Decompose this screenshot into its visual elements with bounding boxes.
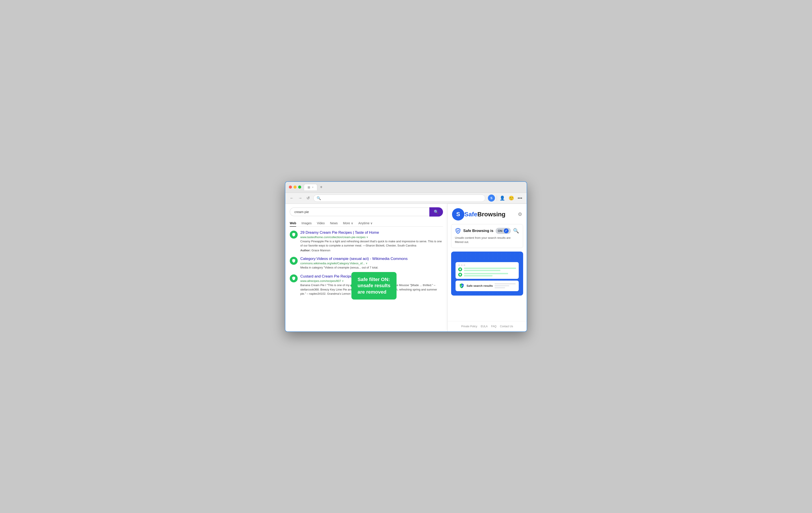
safe-search-results-text: Safe search results	[467, 284, 493, 288]
contact-us-link[interactable]: Contact Us	[500, 325, 513, 328]
url-arrow: ∨	[366, 262, 368, 265]
result-item: Category:Videos of creampie (sexual act)…	[290, 256, 443, 270]
nav-bar: ← → ↺ 🔍 S 👤 🙂 •••	[285, 193, 527, 204]
status-card: Safe Browsing is ON ✓ 🔍 Unsafe content f…	[451, 224, 523, 248]
tab-images[interactable]: Images	[301, 220, 312, 227]
search-bar: 🔍	[290, 207, 443, 216]
more-button[interactable]: •••	[517, 195, 523, 202]
maximize-button[interactable]	[298, 185, 301, 189]
search-tabs: Web Images Video News More ∨ Anytime ∨	[290, 220, 443, 227]
tab-bar: ⊞ × +	[304, 184, 523, 190]
privacy-policy-link[interactable]: Private Policy	[461, 325, 477, 328]
forward-button[interactable]: →	[297, 195, 303, 201]
status-on-badge: ON ✓	[496, 228, 511, 234]
address-bar[interactable]: 🔍	[313, 194, 485, 202]
result-title[interactable]: Category:Videos of creampie (sexual act)…	[300, 256, 408, 261]
result-item: 29 Dreamy Cream Pie Recipes | Taste of H…	[290, 230, 443, 252]
logo-safe-text: Safe	[464, 211, 477, 218]
search-area: 🔍 Web Images Video News More ∨ Anytime ∨	[285, 204, 447, 331]
result-content: 29 Dreamy Cream Pie Recipes | Taste of H…	[300, 230, 443, 252]
back-button[interactable]: ←	[289, 195, 295, 201]
safe-filter-tooltip: Safe filter ON: unsafe results are remov…	[351, 272, 397, 300]
browser-window: ⊞ × + ← → ↺ 🔍 S 👤 🙂 ••• 🔍	[285, 181, 527, 332]
url-arrow: ∨	[342, 279, 344, 282]
tab-anytime[interactable]: Anytime ∨	[358, 220, 373, 227]
safe-browsing-panel: S Safe Browsing ⚙ Safe Browsing is	[447, 204, 527, 331]
faq-link[interactable]: FAQ	[491, 325, 496, 328]
result-desc: Media in category "Videos of creampie (s…	[300, 265, 443, 270]
tooltip-text: Safe filter ON: unsafe results are remov…	[357, 276, 390, 295]
tab-video[interactable]: Video	[317, 220, 325, 227]
search-button[interactable]: 🔍	[429, 207, 443, 216]
search-input[interactable]	[290, 208, 429, 216]
nav-separator	[497, 195, 497, 201]
result-url: commons.wikimedia.org/wiki/Category:Vide…	[300, 262, 443, 265]
tab-web[interactable]: Web	[290, 220, 296, 227]
address-input[interactable]	[323, 196, 482, 200]
user-icon-button[interactable]: 👤	[499, 194, 506, 202]
main-content: 🔍 Web Images Video News More ∨ Anytime ∨	[285, 204, 527, 331]
panel-footer: Private Policy EULA FAQ Contact Us	[447, 321, 527, 331]
tab-news[interactable]: News	[330, 220, 338, 227]
result-content: Category:Videos of creampie (sexual act)…	[300, 256, 443, 270]
tab-more[interactable]: More ∨	[343, 220, 353, 227]
magnifier-icon: 🔍	[513, 228, 519, 234]
illus-bottom-card: Safe search results	[456, 280, 519, 291]
panel-header: S Safe Browsing ⚙	[447, 204, 527, 224]
safe-browsing-illustration: Safe search results	[451, 251, 523, 296]
illus-top-card	[456, 262, 519, 279]
tab-close-icon[interactable]: ×	[312, 186, 314, 189]
settings-gear-icon[interactable]: ⚙	[518, 211, 522, 217]
logo-browsing-text: Browsing	[477, 211, 505, 218]
status-description: Unsafe content from your search results …	[455, 236, 519, 244]
new-tab-button[interactable]: +	[319, 185, 323, 190]
result-author: Author: Grace Mannon	[300, 249, 443, 252]
status-row: Safe Browsing is ON ✓ 🔍	[455, 228, 519, 234]
result-shield-icon	[290, 257, 298, 265]
on-text: ON	[498, 229, 502, 233]
address-search-icon: 🔍	[317, 196, 321, 200]
minimize-button[interactable]	[293, 185, 296, 189]
check-icon: ✓	[504, 229, 509, 233]
eula-link[interactable]: EULA	[481, 325, 488, 328]
title-bar: ⊞ × +	[285, 182, 527, 193]
result-shield-icon	[290, 231, 298, 239]
traffic-lights	[289, 185, 301, 189]
result-title[interactable]: 29 Dreamy Cream Pie Recipes | Taste of H…	[300, 231, 379, 235]
result-url: www.tasteofhome.com/collection/cream-pie…	[300, 236, 443, 239]
logo-circle: S	[452, 208, 464, 220]
safe-browsing-logo: S Safe Browsing	[452, 208, 505, 220]
reload-button[interactable]: ↺	[306, 195, 311, 201]
user-avatar[interactable]: S	[488, 194, 495, 202]
nav-actions: S 👤 🙂 •••	[488, 194, 523, 202]
result-desc: Creamy Pineapple Pie is a light and refr…	[300, 239, 443, 248]
emoji-icon-button[interactable]: 🙂	[508, 194, 515, 202]
result-shield-icon	[290, 274, 298, 282]
result-title[interactable]: Custard and Cream Pie Recipes	[300, 274, 354, 278]
url-arrow: ∨	[366, 236, 368, 239]
browser-tab[interactable]: ⊞ ×	[304, 184, 317, 190]
safe-results-shield-icon	[459, 283, 465, 289]
status-label: Safe Browsing is	[463, 229, 493, 233]
tab-page-icon: ⊞	[308, 185, 310, 189]
status-shield-icon	[455, 228, 461, 234]
close-button[interactable]	[289, 185, 292, 189]
